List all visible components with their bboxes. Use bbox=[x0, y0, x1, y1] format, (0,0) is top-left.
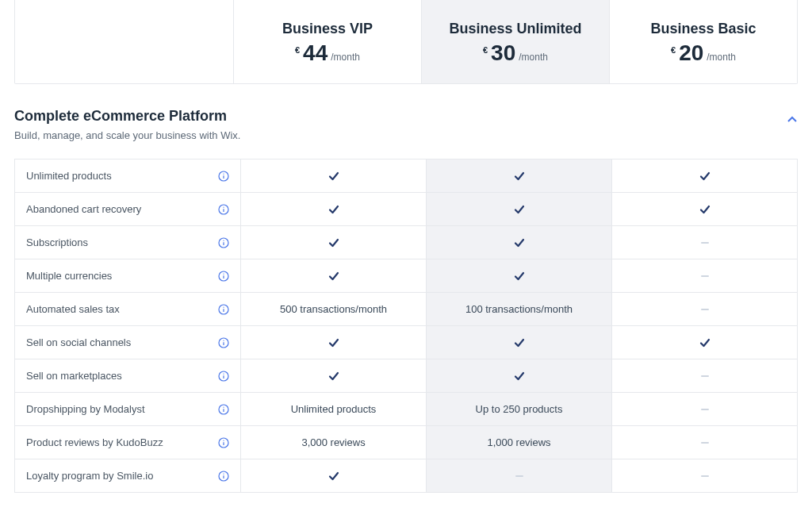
feature-value-cell bbox=[611, 393, 797, 425]
check-icon bbox=[699, 171, 710, 182]
feature-value-cell bbox=[426, 193, 611, 225]
info-icon[interactable] bbox=[218, 304, 229, 315]
feature-value-cell bbox=[611, 459, 797, 492]
check-icon bbox=[328, 371, 339, 382]
feature-label: Loyalty program by Smile.io bbox=[26, 470, 153, 482]
plan-price: € 20 /month bbox=[618, 42, 789, 64]
table-row: Subscriptions bbox=[15, 226, 797, 259]
svg-point-5 bbox=[223, 206, 224, 207]
feature-label-cell: Unlimited products bbox=[15, 159, 240, 192]
feature-value-cell: 1,000 reviews bbox=[426, 426, 611, 459]
feature-value-cell bbox=[426, 259, 611, 292]
feature-label: Dropshipping by Modalyst bbox=[26, 403, 145, 415]
check-icon bbox=[514, 171, 525, 182]
plan-name: Business Basic bbox=[618, 21, 789, 37]
check-icon bbox=[699, 204, 710, 215]
feature-value-cell bbox=[240, 259, 426, 292]
plan-col-basic: Business Basic € 20 /month bbox=[609, 0, 797, 83]
feature-value-cell bbox=[240, 326, 426, 359]
feature-value-cell bbox=[240, 226, 426, 259]
svg-point-26 bbox=[223, 440, 224, 440]
plan-name: Business Unlimited bbox=[430, 21, 601, 37]
feature-value: 500 transactions/month bbox=[280, 303, 387, 315]
dash-icon bbox=[701, 309, 709, 310]
info-icon[interactable] bbox=[218, 171, 229, 182]
check-icon bbox=[328, 337, 339, 348]
feature-label: Sell on marketplaces bbox=[26, 370, 122, 382]
table-row: Product reviews by KudoBuzz3,000 reviews… bbox=[15, 426, 797, 459]
dash-icon bbox=[701, 242, 709, 244]
feature-value: Up to 250 products bbox=[476, 403, 563, 415]
svg-point-29 bbox=[223, 473, 224, 474]
check-icon bbox=[514, 271, 525, 282]
feature-value-cell: 3,000 reviews bbox=[240, 426, 426, 459]
feature-value-cell bbox=[611, 159, 797, 192]
feature-label-cell: Sell on marketplaces bbox=[15, 359, 240, 392]
info-icon[interactable] bbox=[218, 371, 229, 382]
check-icon bbox=[514, 371, 525, 382]
info-icon[interactable] bbox=[218, 337, 229, 348]
plan-currency: € bbox=[295, 45, 300, 55]
feature-value: 1,000 reviews bbox=[487, 436, 550, 448]
feature-value: 100 transactions/month bbox=[465, 303, 573, 315]
plan-price-value: 20 bbox=[679, 42, 703, 64]
info-icon[interactable] bbox=[218, 437, 229, 448]
feature-label-cell: Sell on social channels bbox=[15, 326, 240, 359]
feature-value-cell bbox=[611, 226, 797, 259]
feature-label: Automated sales tax bbox=[26, 303, 120, 315]
plan-price-value: 30 bbox=[491, 42, 515, 64]
table-row: Unlimited products bbox=[15, 159, 797, 193]
check-icon bbox=[328, 471, 339, 482]
feature-label-cell: Subscriptions bbox=[15, 226, 240, 259]
feature-label: Subscriptions bbox=[26, 236, 88, 248]
plan-price-period: /month bbox=[519, 52, 548, 63]
svg-point-17 bbox=[223, 340, 224, 340]
plan-price-value: 44 bbox=[303, 42, 327, 64]
chevron-up-icon[interactable] bbox=[787, 114, 798, 125]
dash-icon bbox=[701, 442, 709, 444]
comparison-table: Unlimited productsAbandoned cart recover… bbox=[14, 159, 798, 493]
check-icon bbox=[514, 204, 525, 215]
dash-icon bbox=[701, 275, 709, 277]
plan-currency: € bbox=[671, 45, 676, 55]
feature-value-cell bbox=[240, 459, 426, 492]
check-icon bbox=[514, 237, 525, 248]
feature-value-cell bbox=[240, 159, 426, 192]
feature-value-cell bbox=[611, 293, 797, 325]
feature-label: Multiple currencies bbox=[26, 270, 112, 282]
feature-label-cell: Loyalty program by Smile.io bbox=[15, 459, 240, 492]
feature-value-cell bbox=[611, 259, 797, 292]
plan-price: € 44 /month bbox=[242, 42, 413, 64]
table-row: Sell on social channels bbox=[15, 326, 797, 359]
svg-point-23 bbox=[223, 406, 224, 407]
plan-name: Business VIP bbox=[242, 21, 413, 37]
dash-icon bbox=[515, 475, 523, 477]
check-icon bbox=[699, 337, 710, 348]
table-row: Loyalty program by Smile.io bbox=[15, 459, 797, 493]
feature-label-cell: Abandoned cart recovery bbox=[15, 193, 240, 225]
feature-label: Unlimited products bbox=[26, 170, 112, 182]
feature-value: 3,000 reviews bbox=[301, 436, 365, 448]
dash-icon bbox=[701, 409, 709, 410]
info-icon[interactable] bbox=[218, 204, 229, 215]
plan-price-period: /month bbox=[707, 52, 736, 63]
svg-point-8 bbox=[223, 240, 224, 240]
info-icon[interactable] bbox=[218, 471, 229, 482]
section-title: Complete eCommerce Platform bbox=[14, 108, 240, 125]
feature-value-cell bbox=[426, 326, 611, 359]
check-icon bbox=[328, 237, 339, 248]
dash-icon bbox=[701, 375, 709, 377]
feature-label: Abandoned cart recovery bbox=[26, 203, 141, 215]
svg-point-20 bbox=[223, 373, 224, 374]
info-icon[interactable] bbox=[218, 237, 229, 248]
check-icon bbox=[328, 171, 339, 182]
feature-value-cell bbox=[611, 193, 797, 225]
feature-label-cell: Product reviews by KudoBuzz bbox=[15, 426, 240, 459]
table-row: Abandoned cart recovery bbox=[15, 193, 797, 226]
svg-point-14 bbox=[223, 306, 224, 307]
table-row: Dropshipping by ModalystUnlimited produc… bbox=[15, 393, 797, 426]
info-icon[interactable] bbox=[218, 271, 229, 282]
feature-value-cell bbox=[611, 326, 797, 359]
info-icon[interactable] bbox=[218, 404, 229, 415]
feature-value-cell bbox=[426, 159, 611, 192]
